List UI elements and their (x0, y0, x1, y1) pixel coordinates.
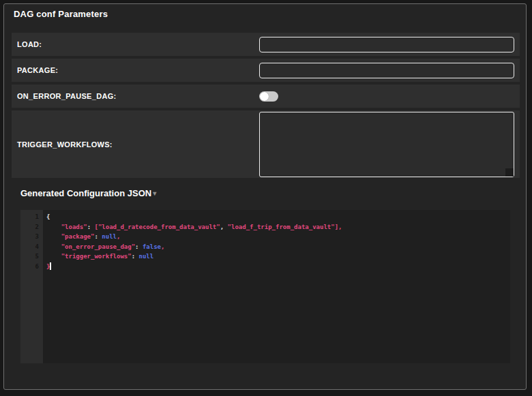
toggle-knob (260, 92, 269, 101)
load-control (259, 37, 520, 52)
package-label: PACKAGE: (12, 66, 259, 74)
load-label: LOAD: (12, 40, 259, 48)
code-line-4: "on_error_pause_dag": false, (46, 242, 510, 252)
generated-config-json-header[interactable]: Generated Configuration JSON▾ (20, 188, 156, 198)
form-row-trigger-workflows: TRIGGER_WORKFLOWS: (12, 110, 520, 178)
trigger-workflows-label: TRIGGER_WORKFLOWS: (12, 140, 259, 149)
code-line-1: { (46, 212, 510, 222)
trigger-workflows-textarea[interactable] (259, 112, 514, 177)
code-line-6: } (46, 262, 510, 272)
chevron-down-icon: ▾ (153, 189, 156, 197)
form-row-load: LOAD: (12, 33, 520, 56)
on-error-pause-dag-toggle[interactable] (259, 91, 278, 102)
load-input[interactable] (259, 37, 514, 52)
editor-gutter: 123456 (20, 210, 43, 363)
package-input[interactable] (259, 63, 514, 78)
panel-title: DAG conf Parameters (14, 9, 108, 19)
package-control (259, 63, 520, 78)
trigger-workflows-control (259, 112, 520, 177)
code-line-2: "loads": ["load_d_ratecode_from_data_vau… (46, 222, 510, 232)
on-error-pause-dag-label: ON_ERROR_PAUSE_DAG: (12, 92, 259, 100)
code-line-3: "package": null, (46, 232, 510, 242)
code-line-5: "trigger_workflows": null (46, 252, 510, 262)
editor-code[interactable]: { "loads": ["load_d_ratecode_from_data_v… (43, 210, 510, 363)
generated-config-json-title: Generated Configuration JSON (20, 188, 151, 198)
json-editor[interactable]: 123456 { "loads": ["load_d_ratecode_from… (20, 210, 510, 363)
form-row-on-error-pause-dag: ON_ERROR_PAUSE_DAG: (12, 85, 520, 108)
text-cursor (50, 262, 51, 270)
dag-conf-form: LOAD: PACKAGE: ON_ERROR_PAUSE_DAG: TRIGG… (12, 33, 520, 178)
form-row-package: PACKAGE: (12, 59, 520, 82)
on-error-pause-dag-control (259, 91, 520, 102)
textarea-resize-handle[interactable] (505, 168, 514, 177)
dag-conf-panel: DAG conf Parameters LOAD: PACKAGE: ON_ER… (3, 3, 527, 390)
